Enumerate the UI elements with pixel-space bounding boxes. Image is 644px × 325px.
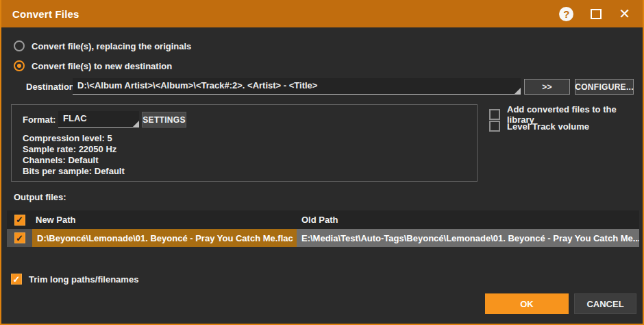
radio-circle-selected-icon[interactable]	[14, 60, 25, 71]
destination-expand-button[interactable]: >>	[524, 79, 570, 95]
table-row[interactable]: D:\Beyoncé\Lemonade\01. Beyoncé - Pray Y…	[7, 229, 639, 247]
format-label: Format:	[23, 115, 55, 125]
radio-replace-originals-label: Convert file(s), replacing the originals	[32, 41, 191, 51]
titlebar-icons: ? ✕	[559, 7, 630, 21]
output-files-table: New Path Old Path D:\Beyoncé\Lemonade\01…	[7, 210, 639, 247]
radio-circle-unselected-icon[interactable]	[14, 40, 25, 51]
dialog-title: Convert Files	[12, 8, 79, 20]
format-detail-bits: Bits per sample: Default	[23, 166, 125, 177]
checkbox-level-track-volume[interactable]: Level Track volume	[489, 121, 589, 132]
close-icon[interactable]: ✕	[619, 7, 630, 21]
format-value[interactable]: FLAC	[58, 111, 139, 126]
row-checkbox[interactable]	[14, 232, 25, 243]
column-header-old-path[interactable]: Old Path	[297, 215, 639, 225]
select-all-checkbox[interactable]	[14, 215, 25, 226]
ok-button[interactable]: OK	[485, 293, 569, 314]
help-icon[interactable]: ?	[559, 7, 573, 21]
checkbox-trim-long-paths[interactable]: Trim long paths/filenames	[11, 274, 138, 285]
format-details: Compression level: 5 Sample rate: 22050 …	[23, 133, 125, 177]
radio-new-destination-label: Convert file(s) to new destination	[32, 61, 172, 71]
row-old-path-cell[interactable]: E:\Media\Test\Auto-Tags\Beyoncé\Lemonade…	[297, 229, 639, 247]
maximize-icon[interactable]	[591, 9, 602, 19]
convert-files-dialog: Convert Files ? ✕ Convert file(s), repla…	[0, 0, 644, 325]
radio-replace-originals[interactable]: Convert file(s), replacing the originals	[14, 40, 191, 51]
radio-new-destination[interactable]: Convert file(s) to new destination	[14, 60, 172, 71]
format-settings-button[interactable]: SETTINGS	[142, 112, 186, 128]
table-header-row: New Path Old Path	[7, 210, 639, 229]
level-track-volume-label: Level Track volume	[507, 121, 589, 132]
column-header-new-path[interactable]: New Path	[32, 215, 297, 225]
output-files-label: Output files:	[14, 192, 66, 202]
format-groupbox: Format: FLAC SETTINGS Compression level:…	[11, 104, 478, 182]
configure-button[interactable]: CONFIGURE...	[575, 79, 634, 95]
checkbox-checked-icon[interactable]	[11, 274, 22, 285]
destination-input[interactable]: D:\<Album Artist>\<Album>\<Track#:2>. <A…	[73, 78, 521, 95]
format-detail-compression: Compression level: 5	[23, 133, 125, 144]
checkbox-unchecked-icon[interactable]	[489, 109, 500, 120]
destination-label: Destination:	[26, 82, 77, 92]
row-checkbox-cell	[7, 229, 32, 247]
cancel-button[interactable]: CANCEL	[574, 293, 636, 314]
titlebar: Convert Files ? ✕	[1, 0, 643, 27]
destination-value[interactable]: D:\<Album Artist>\<Album>\<Track#:2>. <A…	[73, 78, 521, 93]
checkbox-unchecked-icon[interactable]	[489, 121, 500, 132]
row-new-path-cell[interactable]: D:\Beyoncé\Lemonade\01. Beyoncé - Pray Y…	[32, 229, 297, 247]
format-select[interactable]: FLAC	[58, 111, 139, 128]
trim-long-paths-label: Trim long paths/filenames	[29, 274, 138, 285]
select-all-cell	[7, 215, 32, 226]
format-detail-channels: Channels: Default	[23, 155, 125, 166]
format-detail-samplerate: Sample rate: 22050 Hz	[23, 144, 125, 155]
